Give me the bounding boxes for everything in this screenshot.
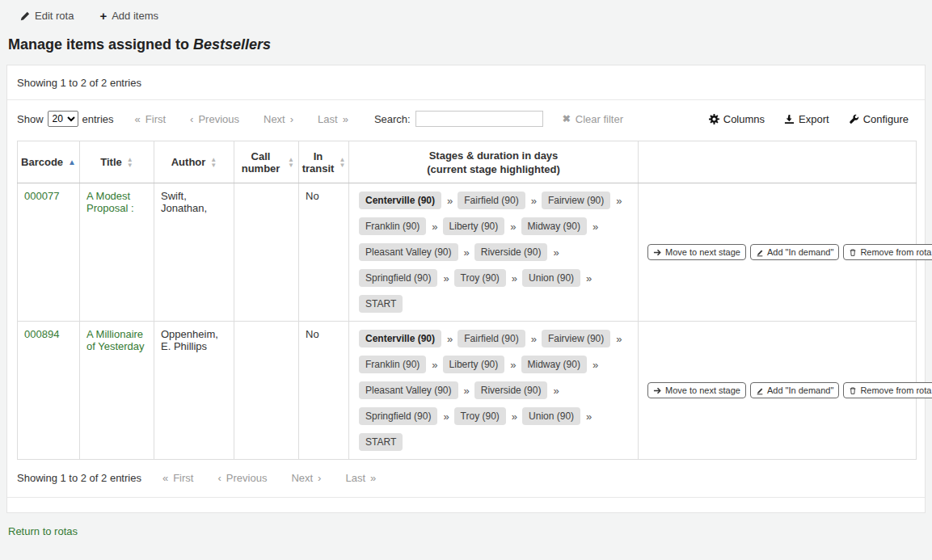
stages-list: Centerville (90)»Fairfield (90)»Fairview… bbox=[356, 190, 631, 314]
title-cell: A Millionaire of Yesterday bbox=[80, 322, 154, 460]
export-label: Export bbox=[799, 113, 829, 125]
column-header-in-transit[interactable]: In transit ▲▼ bbox=[299, 141, 349, 183]
stage-badge: Fairfield (90) bbox=[458, 330, 525, 347]
export-button[interactable]: Export bbox=[784, 113, 829, 125]
edit-rota-button[interactable]: Edit rota bbox=[20, 10, 74, 22]
stage-group: START bbox=[359, 433, 403, 451]
stage-group: Midway (90)» bbox=[521, 356, 599, 373]
stage-separator: » bbox=[464, 246, 470, 259]
pencil-icon bbox=[20, 11, 30, 21]
stage-separator: » bbox=[616, 333, 622, 345]
sort-both-icon: ▲▼ bbox=[288, 157, 294, 168]
stages-list: Centerville (90)»Fairfield (90)»Fairview… bbox=[356, 328, 631, 453]
stage-separator: » bbox=[510, 359, 516, 371]
stage-group: Centerville (90)» bbox=[359, 330, 453, 347]
add-in-demand-button[interactable]: Add "In demand" bbox=[750, 244, 839, 261]
stage-group: Troy (90)» bbox=[454, 407, 517, 425]
action-button-label: Add "In demand" bbox=[767, 385, 833, 395]
stage-badge: START bbox=[359, 433, 403, 451]
stage-group: Riverside (90)» bbox=[474, 381, 559, 399]
double-chevron-right-icon: » bbox=[343, 113, 348, 125]
stage-separator: » bbox=[586, 272, 592, 284]
action-button-label: Remove from rota bbox=[860, 385, 931, 395]
pagination-previous[interactable]: ‹ Previous bbox=[190, 113, 239, 125]
remove-from-rota-button[interactable]: Remove from rota bbox=[843, 244, 932, 261]
stage-badge: Pleasant Valley (90) bbox=[359, 381, 458, 399]
pagination-previous-label: Previous bbox=[198, 113, 239, 125]
column-header-actions bbox=[639, 141, 917, 183]
pagination-previous[interactable]: ‹ Previous bbox=[217, 472, 267, 484]
pagination-next-label: Next bbox=[291, 472, 313, 484]
page-title-prefix: Manage items assigned to bbox=[8, 36, 189, 53]
column-label: Call number bbox=[238, 150, 283, 175]
stage-separator: » bbox=[586, 411, 592, 423]
clear-filter-label: Clear filter bbox=[576, 113, 623, 125]
search-label: Search: bbox=[374, 113, 411, 125]
title-link[interactable]: A Millionaire of Yesterday bbox=[86, 328, 145, 352]
pen-icon bbox=[756, 385, 764, 396]
stage-group: Franklin (90)» bbox=[359, 356, 438, 373]
stage-separator: » bbox=[447, 333, 453, 345]
column-header-author[interactable]: Author ▲▼ bbox=[154, 141, 234, 183]
stage-separator: » bbox=[447, 195, 453, 207]
pagination-last[interactable]: Last » bbox=[318, 113, 348, 125]
plus-icon: + bbox=[99, 12, 107, 20]
column-label: Stages & duration in days bbox=[353, 149, 634, 162]
action-button-label: Add "In demand" bbox=[767, 247, 833, 257]
stages-cell: Centerville (90)»Fairfield (90)»Fairview… bbox=[349, 183, 639, 322]
remove-from-rota-button[interactable]: Remove from rota bbox=[843, 382, 932, 399]
chevron-right-icon: › bbox=[290, 113, 293, 125]
move-to-next-stage-button[interactable]: Move to next stage bbox=[647, 244, 746, 261]
page-size-select[interactable]: 20 bbox=[48, 111, 78, 127]
stage-badge: Midway (90) bbox=[521, 356, 587, 373]
move-to-next-stage-button[interactable]: Move to next stage bbox=[647, 382, 746, 399]
search-input[interactable] bbox=[415, 111, 543, 127]
add-in-demand-button[interactable]: Add "In demand" bbox=[750, 382, 839, 399]
column-header-call-number[interactable]: Call number ▲▼ bbox=[234, 141, 299, 183]
edit-rota-label: Edit rota bbox=[35, 10, 74, 22]
barcode-link[interactable]: 000894 bbox=[24, 328, 59, 340]
configure-button[interactable]: Configure bbox=[849, 113, 909, 125]
stage-separator: » bbox=[553, 385, 559, 397]
title-link[interactable]: A Modest Proposal : bbox=[86, 190, 134, 214]
items-table: Barcode ▲ Title ▲▼ Author ▲▼ bbox=[17, 141, 917, 460]
barcode-link[interactable]: 000077 bbox=[24, 190, 59, 202]
stage-badge: Union (90) bbox=[522, 407, 580, 425]
columns-button[interactable]: Columns bbox=[709, 113, 765, 125]
configure-label: Configure bbox=[863, 113, 909, 125]
pagination-first[interactable]: « First bbox=[162, 472, 194, 484]
stage-badge: Riverside (90) bbox=[474, 243, 548, 261]
stage-badge: Fairfield (90) bbox=[458, 192, 525, 209]
pagination-last[interactable]: Last » bbox=[345, 472, 376, 484]
stage-group: Springfield (90)» bbox=[359, 269, 449, 287]
add-items-button[interactable]: + Add items bbox=[99, 10, 158, 22]
return-to-rotas-link[interactable]: Return to rotas bbox=[8, 525, 78, 537]
stage-separator: » bbox=[531, 333, 537, 345]
row-actions: Move to next stageAdd "In demand"Remove … bbox=[645, 382, 909, 399]
stage-separator: » bbox=[593, 221, 598, 233]
stage-group: Troy (90)» bbox=[454, 269, 517, 287]
table-controls: Show 20 entries « First ‹ Previous Next … bbox=[17, 100, 915, 139]
pagination-first[interactable]: « First bbox=[135, 113, 167, 125]
column-header-barcode[interactable]: Barcode ▲ bbox=[18, 141, 80, 183]
pagination-next[interactable]: Next › bbox=[264, 113, 293, 125]
page-footer: Return to rotas bbox=[0, 513, 932, 549]
stage-separator: » bbox=[593, 359, 598, 371]
stage-badge: Franklin (90) bbox=[359, 356, 426, 373]
in-transit-cell: No bbox=[299, 183, 349, 322]
stages-cell: Centerville (90)»Fairfield (90)»Fairview… bbox=[349, 322, 639, 460]
stage-separator: » bbox=[464, 385, 470, 397]
column-header-title[interactable]: Title ▲▼ bbox=[80, 141, 154, 183]
stage-badge: Union (90) bbox=[522, 269, 580, 287]
stage-group: Franklin (90)» bbox=[359, 217, 438, 235]
stage-separator: » bbox=[510, 221, 516, 233]
stage-group: Pleasant Valley (90)» bbox=[359, 243, 470, 261]
clear-filter-button[interactable]: ✖ Clear filter bbox=[563, 113, 623, 125]
pagination-bottom: « First ‹ Previous Next › Last » bbox=[162, 472, 376, 484]
show-label: Show bbox=[17, 113, 44, 125]
column-label: In transit bbox=[302, 150, 335, 175]
stage-group: START bbox=[359, 295, 403, 313]
rota-name: Bestsellers bbox=[193, 36, 271, 53]
add-items-label: Add items bbox=[112, 10, 158, 22]
pagination-next[interactable]: Next › bbox=[291, 472, 321, 484]
